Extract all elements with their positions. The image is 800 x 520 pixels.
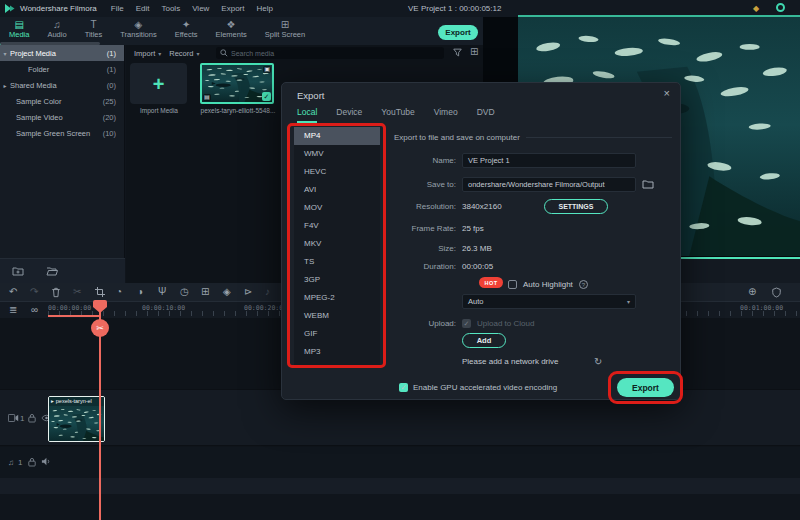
menu-file[interactable]: File (111, 4, 124, 13)
format-option-webm[interactable]: WEBM (294, 307, 380, 325)
sidebar-item-project-media[interactable]: ▾ Project Media (1) (0, 45, 124, 61)
tab-effects[interactable]: ✦ Effects (166, 17, 207, 45)
format-option-wmv[interactable]: WMV (294, 145, 380, 163)
target-icon[interactable]: ⊕ (748, 286, 756, 298)
dialog-tab-device[interactable]: Device (336, 107, 362, 123)
menu-export[interactable]: Export (221, 4, 244, 13)
open-folder-icon[interactable] (46, 266, 58, 276)
tab-media[interactable]: ▤ Media (0, 17, 38, 45)
tab-split-screen[interactable]: ⊞ Split Screen (256, 17, 314, 45)
name-input[interactable]: VE Project 1 (462, 153, 636, 168)
media-toolbar: Import ▾ Record ▾ ⊞ (126, 45, 483, 61)
sidebar-item-sample-color[interactable]: Sample Color (25) (0, 93, 124, 109)
close-icon[interactable]: × (664, 87, 670, 99)
tab-titles[interactable]: T Titles (76, 17, 112, 45)
timeline-clip-label-bar: ▸ pexels-taryn-el (49, 397, 104, 406)
format-option-avi[interactable]: AVI (294, 181, 380, 199)
export-button[interactable]: Export (617, 378, 674, 397)
search-box[interactable] (216, 47, 444, 59)
media-clip-thumbnail[interactable]: ▣ ▤ ✓ (200, 63, 274, 104)
quality-dropdown[interactable]: Auto ▾ (462, 294, 636, 309)
import-media-label: Import Media (126, 107, 192, 114)
duration-value: 00:00:05 (462, 262, 493, 271)
filmora-window: Wondershare Filmora File Edit Tools View… (0, 0, 800, 520)
magic-wand-icon[interactable]: Ψ (158, 286, 166, 298)
import-dropdown-label: Import (134, 49, 155, 58)
format-option-f4v[interactable]: F4V (294, 217, 380, 235)
audio-detach-icon[interactable]: ♪ (265, 286, 270, 298)
delete-icon[interactable] (51, 287, 61, 298)
dialog-tab-local[interactable]: Local (297, 107, 317, 123)
search-input[interactable] (231, 50, 421, 57)
split-playhead-badge[interactable]: ✂ (91, 319, 109, 337)
timer-icon[interactable]: ◷ (180, 286, 189, 298)
auto-highlight-checkbox[interactable] (508, 280, 517, 289)
browse-folder-icon[interactable] (642, 179, 654, 189)
shield-icon[interactable] (772, 287, 781, 298)
tab-audio[interactable]: ♫ Audio (38, 17, 75, 45)
sidebar-item-shared-media[interactable]: ▸ Shared Media (0) (0, 77, 124, 93)
color-icon[interactable]: ◑ (137, 286, 143, 298)
format-option-mkv[interactable]: MKV (294, 235, 380, 253)
lock-icon[interactable] (28, 457, 36, 467)
redo-icon[interactable]: ↷ (30, 286, 38, 298)
sidebar-item-sample-green-screen[interactable]: Sample Green Screen (10) (0, 125, 124, 141)
audio-track-number: 1 (18, 458, 22, 467)
tab-elements[interactable]: ❖ Elements (206, 17, 255, 45)
format-option-mov[interactable]: MOV (294, 199, 380, 217)
tab-transitions[interactable]: ◈ Transitions (111, 17, 165, 45)
record-dropdown[interactable]: Record ▾ (169, 49, 199, 58)
dialog-tab-youtube[interactable]: YouTube (381, 107, 414, 123)
tab-media-label: Media (9, 30, 29, 40)
format-option-hevc[interactable]: HEVC (294, 163, 380, 181)
size-value: 26.3 MB (462, 244, 492, 253)
split-icon[interactable]: ✂ (73, 286, 81, 298)
duration-row: Duration: 00:00:05 (394, 258, 672, 274)
upload-row: Upload: ✓ Upload to Cloud (394, 315, 672, 331)
format-option-mp4[interactable]: MP4 (294, 127, 380, 145)
export-button-top[interactable]: Export (438, 25, 478, 40)
gpu-checkbox[interactable]: ✓ (399, 383, 408, 392)
dialog-tab-vimeo[interactable]: Vimeo (434, 107, 458, 123)
menu-help[interactable]: Help (256, 4, 272, 13)
audio-icon: ♫ (53, 19, 61, 30)
record-dropdown-label: Record (169, 49, 193, 58)
upload-label: Upload: (394, 319, 456, 328)
speed-icon[interactable]: ◔ (116, 286, 122, 298)
chevron-down-icon: ▾ (158, 50, 161, 57)
account-icon[interactable] (776, 3, 785, 12)
premium-icon[interactable]: ◆ (753, 4, 759, 13)
format-option-ts[interactable]: TS (294, 253, 380, 271)
filter-icon[interactable] (453, 48, 462, 57)
manage-tracks-icon[interactable]: ≣ (9, 304, 17, 316)
crop-icon[interactable] (95, 287, 105, 297)
info-icon[interactable]: ? (579, 280, 588, 289)
sidebar-item-folder[interactable]: Folder (1) (0, 61, 124, 77)
menu-edit[interactable]: Edit (136, 4, 150, 13)
lock-icon[interactable] (28, 413, 36, 423)
import-dropdown[interactable]: Import ▾ (134, 49, 161, 58)
undo-icon[interactable]: ↶ (9, 286, 17, 298)
dialog-tab-dvd[interactable]: DVD (477, 107, 495, 123)
format-option-mp3[interactable]: MP3 (294, 343, 380, 361)
menu-view[interactable]: View (192, 4, 209, 13)
sidebar-item-sample-video[interactable]: Sample Video (20) (0, 109, 124, 125)
format-option-gif[interactable]: GIF (294, 325, 380, 343)
import-media-card[interactable]: + (130, 63, 187, 104)
keyframe-icon[interactable]: ◈ (223, 286, 231, 298)
grid-view-icon[interactable]: ⊞ (470, 46, 478, 57)
add-button[interactable]: Add (462, 333, 506, 348)
link-icon[interactable]: ∞ (31, 304, 38, 316)
menu-tools[interactable]: Tools (161, 4, 180, 13)
format-option-3gp[interactable]: 3GP (294, 271, 380, 289)
refresh-icon[interactable]: ↻ (594, 356, 602, 367)
save-to-input[interactable]: ondershare/Wondershare Filmora/Output (462, 177, 636, 192)
timeline-clip[interactable]: ▸ pexels-taryn-el (48, 396, 105, 442)
new-folder-icon[interactable] (12, 266, 24, 276)
audio-track[interactable] (0, 447, 800, 478)
render-icon[interactable]: ⊳ (244, 286, 252, 298)
zoom-fit-icon[interactable]: ⊞ (201, 286, 209, 298)
settings-button[interactable]: SETTINGS (544, 199, 608, 214)
speaker-icon[interactable] (41, 457, 51, 466)
format-option-mpeg2[interactable]: MPEG-2 (294, 289, 380, 307)
